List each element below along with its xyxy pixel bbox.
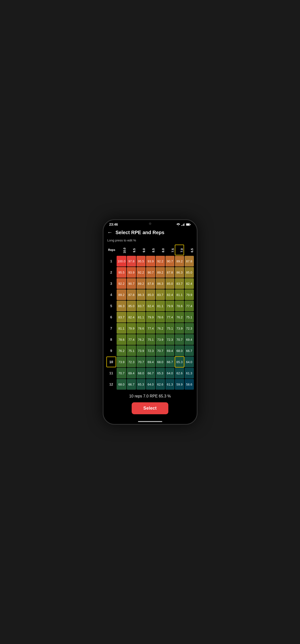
cell-r5-c0[interactable]: 86.3 [117, 300, 126, 311]
cell-r11-c5[interactable]: 64.0 [165, 368, 175, 378]
cell-r2-c4[interactable]: 89.2 [156, 267, 165, 278]
cell-r4-c1[interactable]: 87.8 [127, 290, 136, 300]
cell-r5-c5[interactable]: 79.9 [165, 300, 175, 311]
cell-r9-c1[interactable]: 75.1 [127, 345, 136, 356]
cell-r8-c0[interactable]: 78.6 [117, 334, 126, 345]
cell-r5-c2[interactable]: 83.7 [137, 300, 146, 311]
cell-r11-c0[interactable]: 70.7 [117, 368, 126, 378]
cell-r9-c3[interactable]: 72.3 [146, 345, 155, 356]
cell-r1-c6[interactable]: 89.2 [175, 256, 184, 266]
cell-r5-c6[interactable]: 78.6 [175, 300, 184, 311]
cell-r6-c7[interactable]: 75.1 [185, 312, 194, 322]
cell-r7-c6[interactable]: 73.9 [175, 323, 184, 334]
cell-r11-c2[interactable]: 68.0 [137, 368, 146, 378]
cell-r6-c3[interactable]: 79.9 [146, 312, 155, 322]
cell-r8-c4[interactable]: 73.9 [156, 334, 165, 345]
cell-r3-c7[interactable]: 82.4 [185, 278, 194, 289]
cell-r7-c2[interactable]: 78.6 [137, 323, 146, 334]
cell-r7-c7[interactable]: 72.3 [185, 323, 194, 334]
cell-r12-c2[interactable]: 65.3 [137, 379, 146, 390]
cell-r1-c5[interactable]: 90.7 [165, 256, 175, 266]
cell-r3-c6[interactable]: 83.7 [175, 278, 184, 289]
cell-r9-c4[interactable]: 70.7 [156, 345, 165, 356]
select-button[interactable]: Select [132, 402, 168, 414]
cell-r10-c4[interactable]: 68.0 [156, 356, 165, 367]
cell-r6-c1[interactable]: 82.4 [127, 312, 136, 322]
cell-r1-c1[interactable]: 97.8 [127, 256, 136, 266]
cell-r10-c5[interactable]: 66.7 [165, 356, 175, 367]
cell-r7-c5[interactable]: 75.1 [165, 323, 175, 334]
cell-r11-c7[interactable]: 61.3 [185, 368, 194, 378]
cell-r1-c3[interactable]: 93.9 [146, 256, 155, 266]
svg-rect-6 [190, 224, 191, 225]
cell-r1-c7[interactable]: 87.8 [185, 256, 194, 266]
cell-r3-c1[interactable]: 90.7 [127, 278, 136, 289]
cell-r4-c5[interactable]: 82.4 [165, 290, 175, 300]
cell-r6-c4[interactable]: 78.6 [156, 312, 165, 322]
cell-r3-c0[interactable]: 92.2 [117, 278, 126, 289]
cell-r8-c7[interactable]: 69.4 [185, 334, 194, 345]
cell-r10-c7[interactable]: 64.0 [185, 356, 194, 367]
cell-r4-c3[interactable]: 85.0 [146, 290, 155, 300]
cell-r12-c5[interactable]: 61.3 [165, 379, 175, 390]
cell-r12-c3[interactable]: 64.0 [146, 379, 155, 390]
cell-r9-c6[interactable]: 68.0 [175, 345, 184, 356]
cell-r10-c1[interactable]: 72.3 [127, 356, 136, 367]
cell-r12-c1[interactable]: 66.7 [127, 379, 136, 390]
cell-r10-c0[interactable]: 73.9 [117, 356, 126, 367]
cell-r2-c6[interactable]: 86.3 [175, 267, 184, 278]
cell-r1-c0[interactable]: 100.0 [117, 256, 126, 266]
cell-r4-c6[interactable]: 81.1 [175, 290, 184, 300]
cell-r5-c1[interactable]: 85.0 [127, 300, 136, 311]
back-button[interactable]: ← [107, 229, 113, 236]
cell-r10-c3[interactable]: 69.4 [146, 356, 155, 367]
cell-r8-c1[interactable]: 77.4 [127, 334, 136, 345]
cell-r1-c2[interactable]: 95.5 [137, 256, 146, 266]
cell-r3-c2[interactable]: 89.2 [137, 278, 146, 289]
cell-r4-c4[interactable]: 83.7 [156, 290, 165, 300]
cell-r6-c2[interactable]: 81.1 [137, 312, 146, 322]
cell-r3-c3[interactable]: 87.8 [146, 278, 155, 289]
cell-r4-c0[interactable]: 89.2 [117, 290, 126, 300]
cell-r12-c0[interactable]: 68.0 [117, 379, 126, 390]
cell-r2-c3[interactable]: 90.7 [146, 267, 155, 278]
cell-r4-c2[interactable]: 86.3 [137, 290, 146, 300]
cell-r8-c3[interactable]: 75.1 [146, 334, 155, 345]
cell-r10-c2[interactable]: 70.7 [137, 356, 146, 367]
cell-r12-c4[interactable]: 62.6 [156, 379, 165, 390]
cell-r9-c0[interactable]: 76.2 [117, 345, 126, 356]
cell-r2-c7[interactable]: 85.0 [185, 267, 194, 278]
cell-r7-c1[interactable]: 79.9 [127, 323, 136, 334]
cell-r8-c2[interactable]: 76.2 [137, 334, 146, 345]
cell-r5-c4[interactable]: 81.1 [156, 300, 165, 311]
cell-r2-c1[interactable]: 93.9 [127, 267, 136, 278]
cell-r4-c7[interactable]: 79.9 [185, 290, 194, 300]
cell-r6-c5[interactable]: 77.4 [165, 312, 175, 322]
cell-r5-c7[interactable]: 77.4 [185, 300, 194, 311]
cell-r6-c0[interactable]: 83.7 [117, 312, 126, 322]
cell-r7-c4[interactable]: 76.2 [156, 323, 165, 334]
cell-r9-c2[interactable]: 73.9 [137, 345, 146, 356]
cell-r12-c6[interactable]: 59.9 [175, 379, 184, 390]
cell-r3-c4[interactable]: 86.3 [156, 278, 165, 289]
cell-r11-c3[interactable]: 66.7 [146, 368, 155, 378]
cell-r11-c4[interactable]: 65.3 [156, 368, 165, 378]
cell-r11-c6[interactable]: 62.6 [175, 368, 184, 378]
cell-r6-c6[interactable]: 76.2 [175, 312, 184, 322]
cell-r2-c0[interactable]: 95.5 [117, 267, 126, 278]
cell-r11-c1[interactable]: 69.4 [127, 368, 136, 378]
cell-r1-c4[interactable]: 92.2 [156, 256, 165, 266]
cell-r7-c0[interactable]: 81.1 [117, 323, 126, 334]
cell-r12-c7[interactable]: 58.6 [185, 379, 194, 390]
cell-r10-c6[interactable]: 65.3 [175, 356, 184, 367]
cell-r2-c2[interactable]: 92.2 [137, 267, 146, 278]
cell-r7-c3[interactable]: 77.4 [146, 323, 155, 334]
cell-r8-c6[interactable]: 70.7 [175, 334, 184, 345]
cell-r3-c5[interactable]: 85.0 [165, 278, 175, 289]
cell-r2-c5[interactable]: 87.8 [165, 267, 175, 278]
cell-r9-c7[interactable]: 66.7 [185, 345, 194, 356]
cell-r8-c5[interactable]: 72.3 [165, 334, 175, 345]
cell-r9-c5[interactable]: 69.4 [165, 345, 175, 356]
col-header-rpe-8.5: 8.5 [146, 244, 155, 255]
cell-r5-c3[interactable]: 82.4 [146, 300, 155, 311]
